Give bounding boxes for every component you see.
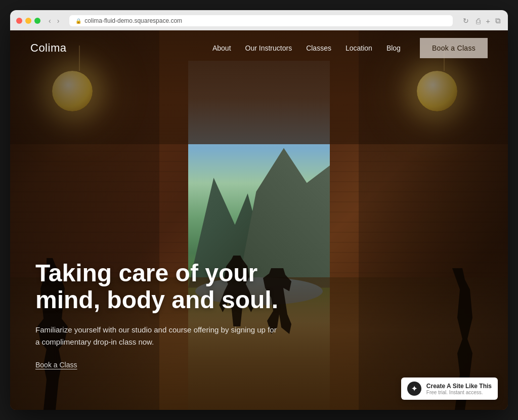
site-logo[interactable]: Colima	[30, 41, 66, 55]
address-bar[interactable]: 🔒 colima-fluid-demo.squarespace.com	[69, 15, 453, 26]
traffic-light-close[interactable]	[16, 18, 22, 24]
browser-actions: ⎙ + ⧉	[475, 15, 502, 26]
new-tab-button[interactable]: +	[485, 16, 491, 26]
reload-button[interactable]: ↻	[461, 16, 471, 25]
url-text: colima-fluid-demo.squarespace.com	[84, 17, 182, 24]
navigation: Colima About Our Instructors Classes Loc…	[10, 30, 508, 66]
traffic-lights	[16, 18, 40, 24]
book-class-hero-button[interactable]: Book a Class	[35, 361, 77, 369]
squarespace-badge[interactable]: ✦ Create A Site Like This Free trial. In…	[401, 377, 498, 400]
hero-subtitle: Familiarize yourself with our studio and…	[35, 324, 278, 348]
browser-controls: ‹ ›	[47, 16, 61, 25]
lock-icon: 🔒	[75, 18, 81, 24]
nav-blog[interactable]: Blog	[386, 44, 401, 52]
nav-classes[interactable]: Classes	[306, 44, 331, 52]
nav-links: About Our Instructors Classes Location B…	[212, 38, 488, 58]
share-button[interactable]: ⎙	[475, 16, 482, 26]
nav-about[interactable]: About	[212, 44, 231, 52]
nav-forward-button[interactable]: ›	[55, 16, 62, 25]
side-dark-right	[359, 30, 508, 410]
website-content: Colima About Our Instructors Classes Loc…	[10, 30, 508, 410]
squarespace-icon: ✦	[407, 382, 421, 396]
book-class-nav-button[interactable]: Book a Class	[420, 38, 488, 58]
squarespace-badge-text: Create A Site Like This Free trial. Inst…	[426, 383, 492, 395]
nav-location[interactable]: Location	[346, 44, 372, 52]
squarespace-badge-title: Create A Site Like This	[426, 383, 492, 390]
squarespace-badge-subtitle: Free trial. Instant access.	[426, 390, 492, 395]
browser-window: ‹ › 🔒 colima-fluid-demo.squarespace.com …	[10, 10, 508, 410]
hero-title: Taking care of your mind, body and soul.	[35, 260, 278, 314]
hero-content: Taking care of your mind, body and soul.…	[35, 260, 278, 369]
nav-back-button[interactable]: ‹	[47, 16, 53, 25]
traffic-light-maximize[interactable]	[34, 18, 40, 24]
tab-overview-button[interactable]: ⧉	[494, 15, 502, 26]
nav-instructors[interactable]: Our Instructors	[245, 44, 292, 52]
browser-chrome: ‹ › 🔒 colima-fluid-demo.squarespace.com …	[10, 10, 508, 30]
traffic-light-minimize[interactable]	[25, 18, 31, 24]
